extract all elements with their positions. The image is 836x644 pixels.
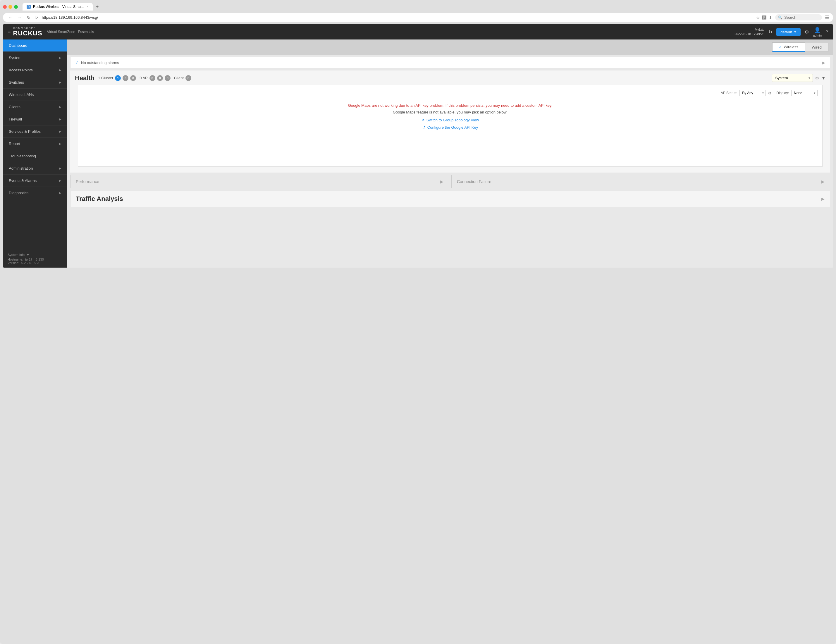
- client-info: Client 0: [174, 75, 191, 81]
- sidebar-item-diagnostics[interactable]: Diagnostics ▶: [3, 187, 67, 199]
- alarm-bar: ✓ No outstanding alarms ▶: [70, 57, 830, 68]
- sidebar-item-firewall[interactable]: Firewall ▶: [3, 113, 67, 126]
- sidebar-item-troubleshooting[interactable]: Troubleshooting: [3, 150, 67, 162]
- system-select[interactable]: System: [772, 74, 813, 82]
- cluster-badge-1: 1: [115, 75, 121, 81]
- alarm-check-icon: ✓: [75, 60, 79, 65]
- sidebar-item-access-points[interactable]: Access Points ▶: [3, 64, 67, 76]
- chevron-right-icon: ▶: [59, 142, 61, 145]
- browser-search-box[interactable]: 🔍: [775, 14, 822, 21]
- tab-close-btn[interactable]: ×: [87, 5, 88, 8]
- minimize-traffic-light[interactable]: [8, 5, 12, 9]
- commscope-label: COMMSCOPE: [13, 27, 42, 29]
- cluster-badge-2: 0: [122, 75, 128, 81]
- refresh-icon[interactable]: ↻: [768, 29, 772, 35]
- display-select[interactable]: None Coverage Capacity: [791, 90, 818, 96]
- traffic-analysis-arrow[interactable]: ▶: [821, 197, 825, 201]
- close-traffic-light[interactable]: [3, 5, 7, 9]
- new-tab-button[interactable]: +: [94, 3, 101, 10]
- sidebar-toggle[interactable]: ≡: [8, 29, 11, 35]
- system-select-wrap: System: [772, 74, 813, 82]
- admin-user-icon: 👤: [814, 27, 820, 33]
- connection-failure-panel[interactable]: Connection Failure ▶: [451, 175, 830, 188]
- topology-link-icon: ↺: [421, 118, 425, 122]
- refresh-button[interactable]: ↻: [26, 15, 32, 21]
- address-bar-input[interactable]: [42, 15, 753, 20]
- sidebar-item-dashboard[interactable]: Dashboard: [3, 39, 67, 52]
- pocket-icon[interactable]: 🅿: [762, 15, 766, 20]
- sidebar-item-switches[interactable]: Switches ▶: [3, 76, 67, 89]
- product-label: Virtual SmartZone Essentials: [47, 30, 94, 34]
- configure-google-api-key-link[interactable]: ↺ Configure the Google API Key: [422, 125, 478, 130]
- ap-status-select[interactable]: By Any Online Offline Flagged: [740, 90, 766, 96]
- connection-failure-arrow-icon: ▶: [821, 179, 825, 184]
- sidebar-item-wireless-lans[interactable]: Wireless LANs: [3, 89, 67, 101]
- api-key-link-icon: ↺: [422, 125, 426, 130]
- health-gear-icon[interactable]: ⚙: [815, 76, 819, 80]
- admin-button[interactable]: 👤 admin: [813, 27, 822, 37]
- ap-status-label: AP Status:: [721, 91, 737, 95]
- display-select-wrap: None Coverage Capacity: [791, 90, 818, 96]
- health-filter-icon[interactable]: ▼: [821, 76, 825, 80]
- performance-arrow-icon: ▶: [440, 179, 443, 184]
- map-error-message: Google Maps are not working due to an AP…: [83, 103, 818, 108]
- health-title: Health: [75, 74, 95, 82]
- switch-to-group-topology-link[interactable]: ↺ Switch to Group Topology View: [421, 118, 479, 122]
- settings-icon[interactable]: ⚙: [805, 29, 809, 35]
- download-icon[interactable]: ⬇: [769, 15, 772, 20]
- ruckus-label: RUCKUS: [13, 29, 42, 37]
- performance-title: Performance: [76, 179, 99, 184]
- ap-info: 0 AP 0 0 0: [140, 75, 170, 81]
- ap-status-gear-icon[interactable]: ⚙: [768, 91, 772, 95]
- sidebar-item-clients[interactable]: Clients ▶: [3, 101, 67, 113]
- help-icon[interactable]: ?: [826, 29, 828, 34]
- sidebar-item-system[interactable]: System ▶: [3, 52, 67, 64]
- logo: COMMSCOPE RUCKUS: [13, 27, 42, 37]
- chevron-right-icon: ▶: [59, 191, 61, 194]
- search-input[interactable]: [784, 15, 813, 20]
- tab-wired[interactable]: Wired: [805, 43, 828, 52]
- chevron-right-icon: ▶: [59, 130, 61, 133]
- sidebar-item-events-alarms[interactable]: Events & Alarms ▶: [3, 174, 67, 187]
- system-info: System Info ▼ Hostname: ip-17…6-230 Vers…: [3, 250, 67, 267]
- chevron-right-icon: ▶: [59, 81, 61, 84]
- health-section: Health 1 Cluster 1 0 0 0 AP 0 0 0: [70, 70, 830, 173]
- chevron-right-icon: ▶: [59, 167, 61, 170]
- browser-tab[interactable]: R Ruckus Wireless - Virtual Smar... ×: [23, 3, 93, 11]
- display-label: Display:: [776, 91, 789, 95]
- performance-panel[interactable]: Performance ▶: [70, 175, 449, 188]
- back-button[interactable]: ←: [7, 15, 13, 21]
- forward-button[interactable]: →: [16, 15, 23, 21]
- chevron-right-icon: ▶: [59, 179, 61, 182]
- search-icon: 🔍: [778, 16, 782, 20]
- map-area: AP Status: By Any Online Offline Flagged: [78, 85, 823, 167]
- maximize-traffic-light[interactable]: [14, 5, 18, 9]
- traffic-analysis-title: Traffic Analysis: [76, 195, 123, 203]
- tab-wireless[interactable]: ✓ Wireless: [772, 42, 805, 52]
- browser-menu-button[interactable]: ☰: [825, 15, 829, 20]
- check-icon: ✓: [779, 45, 782, 49]
- ap-badge-2: 0: [157, 75, 163, 81]
- chevron-right-icon: ▶: [59, 68, 61, 72]
- alarm-expand-arrow[interactable]: ▶: [822, 60, 825, 65]
- ap-badge-1: 0: [149, 75, 155, 81]
- domain-button[interactable]: default ▼: [776, 28, 801, 36]
- map-info-text: Google Maps feature is not available, yo…: [83, 110, 818, 114]
- sidebar-item-services-profiles[interactable]: Services & Profiles ▶: [3, 126, 67, 138]
- bottom-panels: Performance ▶ Connection Failure ▶: [70, 175, 830, 188]
- chevron-right-icon: ▶: [59, 56, 61, 59]
- sidebar-item-administration[interactable]: Administration ▶: [3, 162, 67, 174]
- traffic-analysis-section[interactable]: Traffic Analysis ▶: [70, 191, 830, 207]
- map-links: ↺ Switch to Group Topology View ↺ Config…: [83, 118, 818, 130]
- cluster-info: 1 Cluster 1 0 0: [98, 75, 136, 81]
- cluster-badge-3: 0: [130, 75, 136, 81]
- domain-dropdown-icon: ▼: [794, 30, 797, 34]
- sidebar-item-report[interactable]: Report ▶: [3, 138, 67, 150]
- content-area: ✓ Wireless Wired ✓ No outstanding alarms…: [67, 39, 833, 267]
- chevron-right-icon: ▶: [59, 117, 61, 121]
- sidebar: Dashboard System ▶ Access Points ▶ Switc…: [3, 39, 67, 267]
- tab-title: Ruckus Wireless - Virtual Smar...: [33, 5, 84, 9]
- client-badge: 0: [185, 75, 191, 81]
- bookmark-icon[interactable]: ☆: [756, 15, 760, 20]
- connection-failure-title: Connection Failure: [457, 179, 491, 184]
